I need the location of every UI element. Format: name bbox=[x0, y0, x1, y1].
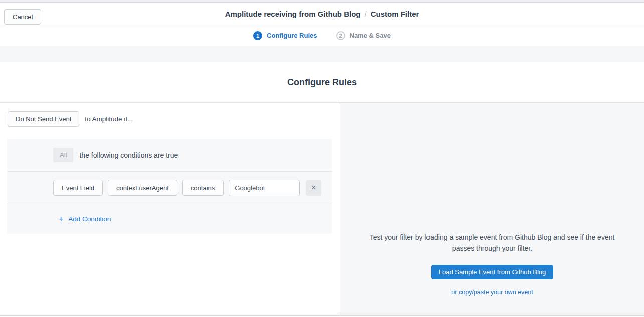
filter-action-suffix: to Amplitude if... bbox=[85, 115, 133, 123]
breadcrumb-current: Custom Filter bbox=[371, 10, 419, 18]
load-sample-event-button[interactable]: Load Sample Event from Github Blog bbox=[431, 265, 554, 279]
breadcrumb-separator: / bbox=[364, 10, 366, 18]
app-header: Cancel Amplitude receiving from Github B… bbox=[0, 3, 644, 25]
page-title: Configure Rules bbox=[287, 77, 357, 88]
breadcrumb-source-link[interactable]: Amplitude receiving from Github Blog bbox=[225, 10, 361, 18]
stepper: 1 Configure Rules 2 Name & Save bbox=[0, 25, 644, 46]
step-2-label: Name & Save bbox=[350, 32, 391, 39]
rules-editor-panel: Do Not Send Event to Amplitude if... All… bbox=[0, 103, 340, 315]
step-1-label: Configure Rules bbox=[267, 32, 317, 39]
condition-group-footer: + Add Condition bbox=[7, 204, 332, 234]
condition-field-button[interactable]: context.userAgent bbox=[108, 180, 177, 196]
condition-value-input[interactable] bbox=[229, 180, 300, 196]
breadcrumb: Amplitude receiving from Github Blog / C… bbox=[0, 3, 644, 25]
close-icon: × bbox=[311, 184, 316, 192]
filter-action-row: Do Not Send Event to Amplitude if... bbox=[8, 111, 340, 127]
paste-own-event-link[interactable]: or copy/paste your own event bbox=[451, 289, 533, 296]
condition-group-header: All the following conditions are true bbox=[7, 139, 332, 171]
filter-action-button[interactable]: Do Not Send Event bbox=[8, 111, 79, 127]
remove-condition-button[interactable]: × bbox=[306, 180, 321, 196]
test-filter-description: Test your filter by loading a sample eve… bbox=[367, 232, 617, 254]
main-content: Do Not Send Event to Amplitude if... All… bbox=[0, 103, 644, 316]
condition-row: Event Field context.userAgent contains × bbox=[7, 172, 332, 204]
add-condition-label: Add Condition bbox=[68, 215, 111, 223]
group-operator-chip[interactable]: All bbox=[53, 148, 73, 162]
step-1-circle: 1 bbox=[253, 31, 262, 40]
add-condition-button[interactable]: + Add Condition bbox=[59, 215, 111, 224]
condition-group-card: All the following conditions are true Ev… bbox=[7, 139, 332, 234]
group-operator-suffix: the following conditions are true bbox=[79, 151, 178, 159]
plus-icon: + bbox=[59, 215, 63, 224]
title-section: Configure Rules bbox=[0, 62, 644, 103]
condition-type-button[interactable]: Event Field bbox=[53, 180, 103, 196]
step-configure-rules[interactable]: 1 Configure Rules bbox=[253, 31, 317, 40]
condition-operator-button[interactable]: contains bbox=[182, 180, 224, 196]
step-2-circle: 2 bbox=[336, 31, 345, 40]
test-filter-panel: Test your filter by loading a sample eve… bbox=[340, 103, 644, 315]
step-name-and-save[interactable]: 2 Name & Save bbox=[336, 31, 391, 40]
toolbar-band bbox=[0, 46, 644, 62]
